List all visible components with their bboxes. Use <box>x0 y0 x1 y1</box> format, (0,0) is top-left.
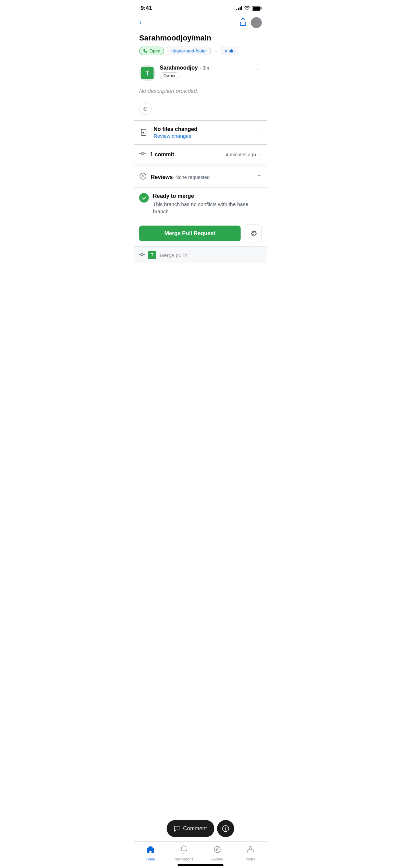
merge-check-icon <box>139 193 149 203</box>
commit-author-logo: T <box>148 251 156 259</box>
reviews-icon <box>139 172 147 182</box>
commits-row[interactable]: 1 commit 4 minutes ago › <box>134 145 267 164</box>
svg-rect-2 <box>141 129 146 135</box>
page-title: Sarahmoodjoy/main <box>134 32 267 47</box>
merge-pull-request-button[interactable]: Merge Pull Request <box>139 226 241 241</box>
share-button[interactable] <box>239 17 247 28</box>
svg-point-3 <box>142 153 144 155</box>
author-role-badge: Owner <box>160 72 179 79</box>
author-info: Sarahmoodjoy · 3m Owner <box>160 65 250 79</box>
svg-point-6 <box>143 174 143 175</box>
author-name: Sarahmoodjoy <box>160 65 198 71</box>
files-changed-content: No files changed Review changes <box>154 126 256 139</box>
commit-message-row: T Merge pull r <box>134 246 267 263</box>
commit-icon <box>139 150 146 159</box>
merge-status: Ready to merge This branch has no confli… <box>134 188 267 220</box>
nav-actions <box>239 17 262 28</box>
svg-point-7 <box>141 253 143 256</box>
status-icons <box>236 6 260 11</box>
author-section: T Sarahmoodjoy · 3m Owner ··· <box>134 61 267 85</box>
merge-btn-row: Merge Pull Request <box>134 220 267 246</box>
pr-description: No description provided. <box>134 85 267 101</box>
commits-label: 1 commit <box>150 152 222 158</box>
author-time: · 3m <box>200 65 209 71</box>
from-branch-badge: Header-and-footer <box>167 47 211 55</box>
files-changed-title: No files changed <box>154 126 256 132</box>
branch-arrow: → <box>214 48 218 54</box>
pr-badges: Open Header-and-footer → main <box>134 47 267 61</box>
reviews-subtitle: · None requested <box>173 174 209 180</box>
merge-settings-button[interactable] <box>244 225 262 242</box>
wifi-icon <box>244 6 250 11</box>
status-time: 9:41 <box>141 5 152 12</box>
avatar[interactable] <box>251 17 262 28</box>
status-bar: 9:41 <box>134 0 267 14</box>
pr-status-badge: Open <box>139 47 164 55</box>
commits-time: 4 minutes ago <box>226 152 256 157</box>
back-button[interactable]: ‹ <box>139 18 142 27</box>
merge-description: This branch has no conflicts with the ba… <box>153 201 262 215</box>
emoji-row: ☺ <box>134 101 267 120</box>
merge-title: Ready to merge <box>153 193 262 199</box>
to-branch-badge: main <box>221 47 238 55</box>
author-name-row: Sarahmoodjoy · 3m <box>160 65 250 71</box>
merge-text: Ready to merge This branch has no confli… <box>153 193 262 215</box>
files-changed-chevron: › <box>260 130 262 136</box>
reviews-label: Reviews· None requested <box>151 174 209 180</box>
reviews-collapse-icon[interactable]: ⌃ <box>257 173 262 181</box>
author-avatar-logo: T <box>145 70 149 76</box>
section-divider <box>134 164 267 167</box>
files-changed-icon <box>139 128 149 138</box>
commit-dot-icon <box>139 252 145 258</box>
author-avatar: T <box>139 65 156 81</box>
review-changes-link[interactable]: Review changes <box>154 133 256 139</box>
commit-message-text: Merge pull r <box>160 252 262 258</box>
emoji-button[interactable]: ☺ <box>139 103 151 115</box>
battery-icon <box>252 6 260 11</box>
files-changed-row[interactable]: No files changed Review changes › <box>134 121 267 144</box>
nav-bar: ‹ <box>134 14 267 32</box>
commits-chevron: › <box>260 152 262 158</box>
signal-icon <box>236 6 242 10</box>
reviews-header[interactable]: Reviews· None requested ⌃ <box>134 167 267 187</box>
more-options-button[interactable]: ··· <box>254 65 262 75</box>
